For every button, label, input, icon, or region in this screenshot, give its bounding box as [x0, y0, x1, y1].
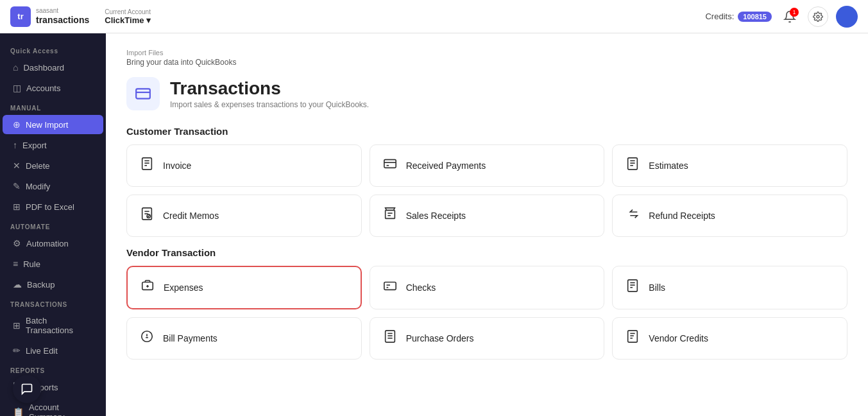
modify-icon: ✎: [13, 181, 21, 191]
chat-bubble[interactable]: [13, 375, 41, 403]
sidebar-item-delete[interactable]: ✕ Delete: [3, 156, 103, 175]
credit-memos-card[interactable]: Credit Memos: [126, 195, 362, 237]
sidebar-item-dashboard[interactable]: ⌂ Dashboard: [3, 58, 103, 77]
pdf-icon: ⊞: [13, 202, 21, 212]
live-edit-icon: ✏: [13, 345, 21, 356]
sales-receipts-card[interactable]: Sales Receipts: [370, 195, 605, 237]
transactions-icon-box: [126, 77, 160, 110]
sidebar-item-accounts[interactable]: ◫ Accounts: [3, 78, 103, 98]
settings-button[interactable]: [808, 6, 828, 27]
import-hero: Transactions Import sales & expenses tra…: [126, 77, 847, 110]
sidebar-item-rule[interactable]: ≡ Rule: [3, 254, 103, 273]
sidebar-item-new-import[interactable]: ⊕ New Import: [3, 115, 103, 134]
sidebar-item-automation[interactable]: ⚙ Automation: [3, 234, 103, 253]
customer-section-label: Customer Transaction: [126, 126, 847, 137]
manual-label: MANUAL: [0, 98, 106, 114]
import-desc: Import sales & expenses transactions to …: [170, 100, 369, 109]
invoice-icon: [140, 157, 154, 175]
new-import-icon: ⊕: [13, 119, 21, 130]
received-payments-card[interactable]: Received Payments: [370, 144, 605, 187]
purchase-orders-icon: [383, 329, 397, 347]
checks-card[interactable]: Checks: [370, 266, 605, 309]
svg-rect-34: [385, 331, 395, 342]
expenses-icon: [140, 279, 155, 297]
svg-rect-7: [384, 160, 395, 168]
checks-icon: [383, 279, 397, 297]
topnav-right: Credits: 100815 1: [705, 6, 858, 28]
main-content: Import Files Bring your data into QuickB…: [106, 33, 868, 416]
import-files-heading: Import Files: [126, 49, 847, 56]
sidebar-item-backup[interactable]: ☁ Backup: [3, 275, 103, 294]
credits-area: Credits: 100815: [705, 12, 772, 22]
transactions-label: TRANSACTIONS: [0, 295, 106, 311]
rule-icon: ≡: [13, 259, 18, 269]
bills-icon: [625, 279, 640, 297]
account-name-dropdown[interactable]: ClickTime ▾: [105, 15, 151, 25]
import-text: Transactions Import sales & expenses tra…: [170, 78, 369, 109]
customer-card-grid: Invoice Received Payments: [126, 144, 847, 237]
logo-area: tr saasant transactions: [10, 6, 89, 27]
logo-text: saasant transactions: [36, 7, 89, 26]
bill-payments-icon: [140, 329, 154, 347]
vendor-credits-card[interactable]: Vendor Credits: [612, 317, 847, 360]
expenses-card[interactable]: Expenses: [126, 266, 362, 309]
delete-icon: ✕: [13, 160, 21, 171]
layout: Quick Access ⌂ Dashboard ◫ Accounts MANU…: [0, 33, 868, 416]
user-avatar[interactable]: [836, 6, 858, 28]
sidebar: Quick Access ⌂ Dashboard ◫ Accounts MANU…: [0, 33, 106, 416]
sidebar-item-batch-transactions[interactable]: ⊞ Batch Transactions: [3, 311, 103, 340]
quick-access-label: Quick Access: [0, 41, 106, 57]
svg-rect-1: [136, 89, 150, 98]
vendor-section-label: Vendor Transaction: [126, 247, 847, 258]
estimates-card[interactable]: Estimates: [612, 144, 847, 187]
topnav: tr saasant transactions Current Account …: [0, 0, 868, 33]
notification-button[interactable]: 1: [779, 6, 800, 27]
bills-card[interactable]: Bills: [612, 266, 847, 309]
sidebar-item-live-edit[interactable]: ✏ Live Edit: [3, 341, 103, 360]
received-payments-icon: [383, 157, 397, 175]
topnav-left: tr saasant transactions Current Account …: [10, 6, 151, 27]
automation-icon: ⚙: [13, 238, 21, 248]
notification-badge: 1: [790, 8, 799, 17]
svg-rect-10: [628, 158, 638, 169]
accounts-icon: ◫: [13, 83, 21, 93]
batch-icon: ⊞: [13, 320, 21, 331]
account-area: Current Account ClickTime ▾: [105, 8, 151, 25]
account-label: Current Account: [105, 8, 151, 15]
svg-point-0: [817, 15, 819, 18]
svg-rect-3: [142, 158, 152, 169]
chevron-down-icon: ▾: [146, 15, 151, 25]
sidebar-item-modify[interactable]: ✎ Modify: [3, 177, 103, 196]
automate-label: AUTOMATE: [0, 217, 106, 233]
bill-payments-card[interactable]: Bill Payments: [126, 317, 362, 360]
backup-icon: ☁: [13, 279, 22, 290]
svg-rect-25: [384, 282, 395, 290]
purchase-orders-card[interactable]: Purchase Orders: [370, 317, 605, 360]
svg-line-18: [148, 215, 149, 217]
sidebar-item-pdf-to-excel[interactable]: ⊞ PDF to Excel: [3, 197, 103, 216]
svg-rect-19: [385, 211, 395, 219]
export-icon: ↑: [13, 140, 17, 150]
home-icon: ⌂: [13, 62, 18, 73]
import-files-sub: Bring your data into QuickBooks: [126, 58, 847, 67]
import-title: Transactions: [170, 78, 369, 99]
invoice-card[interactable]: Invoice: [126, 144, 362, 187]
credit-memos-icon: [140, 207, 154, 225]
refund-receipts-icon: [625, 207, 640, 225]
vendor-credits-icon: [625, 329, 640, 347]
refund-receipts-card[interactable]: Refund Receipts: [612, 195, 847, 237]
estimates-icon: [625, 157, 640, 175]
svg-rect-38: [628, 331, 638, 342]
credits-badge: 100815: [738, 12, 772, 22]
sidebar-item-export[interactable]: ↑ Export: [3, 135, 103, 155]
svg-rect-28: [628, 280, 638, 291]
account-summary-icon: 📋: [13, 407, 24, 416]
sales-receipts-icon: [383, 207, 397, 225]
vendor-card-grid: Expenses Checks: [126, 266, 847, 360]
logo-icon: tr: [10, 6, 31, 27]
